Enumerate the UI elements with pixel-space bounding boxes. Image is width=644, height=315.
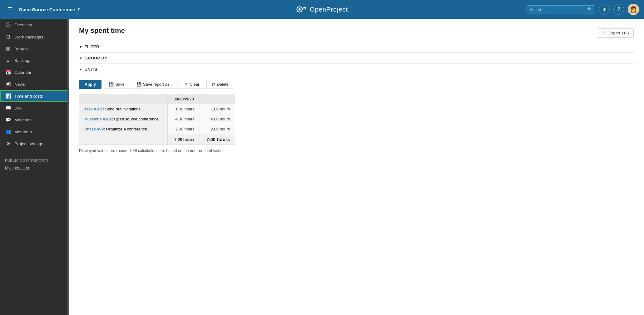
save-report-button[interactable]: 💾 Save report as... <box>132 80 177 89</box>
sidebar-item-label: Calendar <box>14 70 64 75</box>
arrow-icon: → <box>60 35 64 39</box>
content-area: My spent time 📄 Export XLS ▼ FILTER ▼ GR… <box>69 19 644 315</box>
sidebar-divider <box>0 152 69 152</box>
sidebar-item-label: Time and costs <box>14 94 64 99</box>
clear-label: Clear <box>190 82 199 87</box>
sidebar-item-label: Boards <box>14 47 57 51</box>
sidebar-item-backlogs[interactable]: ≡ Backlogs <box>0 55 69 66</box>
sidebar-item-label: Members <box>14 130 64 134</box>
work-package-name: : Organize a conference <box>104 127 147 131</box>
sidebar-resize-handle[interactable] <box>67 19 69 315</box>
time-costs-icon: 📊 <box>5 93 11 99</box>
table-col-date: 09/28/2020 <box>168 94 200 104</box>
overview-icon: ⓘ <box>5 22 11 28</box>
help-button[interactable]: ? <box>613 4 624 15</box>
project-chevron-icon: ▼ <box>77 7 81 12</box>
table-total-row: 7.00 hours 7.00 hours <box>79 134 235 145</box>
table-row: Phase #99: Organize a conference 2.00 ho… <box>79 124 235 134</box>
group-by-chevron-icon: ▼ <box>79 56 82 60</box>
save-icon: 💾 <box>109 82 114 87</box>
backlogs-icon: ≡ <box>5 58 11 63</box>
group-by-toggle[interactable]: ▼ GROUP BY <box>79 56 634 60</box>
help-icon: ? <box>617 7 620 12</box>
work-package-link[interactable]: Phase #99 <box>84 127 104 131</box>
work-package-link[interactable]: Milestone #102 <box>84 117 112 121</box>
sidebar-item-calendar[interactable]: 📅 Calendar <box>0 66 69 78</box>
table-cell-hours-total: 2.00 hours <box>200 124 235 134</box>
units-label: UNITS <box>84 67 97 72</box>
sidebar-item-label: Project settings <box>14 141 57 146</box>
table-cell-hours-date: 4.00 hours <box>168 114 200 124</box>
apply-label: Apply <box>85 82 96 87</box>
logo-text: OpenProject <box>310 6 348 13</box>
sidebar-item-news[interactable]: 📢 News <box>0 78 69 90</box>
filter-section: ▼ FILTER <box>79 41 634 52</box>
sidebar-item-time-and-costs[interactable]: 📊 Time and costs <box>0 90 69 102</box>
sidebar-item-overview[interactable]: ⓘ Overview <box>0 19 69 31</box>
sidebar-item-boards[interactable]: ▦ Boards → <box>0 43 69 55</box>
filter-toggle[interactable]: ▼ FILTER <box>79 44 634 49</box>
export-icon: 📄 <box>602 31 607 35</box>
settings-icon: ⚙ <box>5 141 11 146</box>
group-by-label: GROUP BY <box>84 56 107 60</box>
apply-button[interactable]: Apply <box>79 80 102 89</box>
table-row: Milestone #102: Open source conference 4… <box>79 114 235 124</box>
sidebar-item-meetings[interactable]: 💬 Meetings <box>0 114 69 126</box>
save-report-icon: 💾 <box>136 82 141 87</box>
delete-label: Delete <box>217 82 229 87</box>
arrow-icon: → <box>60 47 64 51</box>
clear-icon: ↺ <box>185 82 188 87</box>
units-section: ▼ UNITS <box>79 64 634 75</box>
table-row: Task #101: Send out invitations 1.00 hou… <box>79 104 235 114</box>
sidebar: ⓘ Overview ⊟ Work packages → ▦ Boards → … <box>0 19 69 315</box>
sidebar-item-label: Wiki <box>14 106 64 110</box>
sidebar-item-wiki[interactable]: 📖 Wiki <box>0 102 69 114</box>
export-label: Export XLS <box>608 31 629 35</box>
hamburger-button[interactable]: ☰ <box>5 5 15 14</box>
table-col-empty <box>79 94 168 104</box>
save-report-label: Save report as... <box>143 82 173 87</box>
search-icon[interactable]: 🔍 <box>587 7 592 12</box>
delete-icon: 🗑 <box>211 82 215 87</box>
group-by-section: ▼ GROUP BY <box>79 52 634 64</box>
sidebar-item-members[interactable]: 👥 Members <box>0 126 69 138</box>
sidebar-item-work-packages[interactable]: ⊟ Work packages → <box>0 31 69 43</box>
work-package-name: : Send out invitations <box>103 107 141 111</box>
search-box[interactable]: 🔍 <box>527 5 595 13</box>
toolbar: Apply 💾 Save 💾 Save report as... ↺ Clear… <box>79 80 634 89</box>
project-name: Open Source Conference <box>19 7 75 12</box>
svg-point-1 <box>299 8 301 11</box>
sidebar-item-project-settings[interactable]: ⚙ Project settings → <box>0 138 69 150</box>
page-title: My spent time <box>79 27 634 35</box>
sidebar-link-my-spent-time[interactable]: My spent time <box>0 164 69 172</box>
save-button[interactable]: 💾 Save <box>104 80 129 89</box>
table-col-total <box>200 94 235 104</box>
export-xls-button[interactable]: 📄 Export XLS <box>597 28 634 38</box>
total-label-cell <box>79 134 168 145</box>
wiki-icon: 📖 <box>5 105 11 111</box>
table-cell-label: Phase #99: Organize a conference <box>79 124 168 134</box>
filter-label: FILTER <box>84 44 99 49</box>
main-layout: ⓘ Overview ⊟ Work packages → ▦ Boards → … <box>0 19 644 315</box>
modules-button[interactable]: ⊞ <box>599 4 610 15</box>
sidebar-item-label: Overview <box>14 23 64 27</box>
work-package-link[interactable]: Task #101 <box>84 107 103 111</box>
sidebar-item-label: Work packages <box>14 35 57 39</box>
delete-button[interactable]: 🗑 Delete <box>206 80 233 89</box>
calendar-icon: 📅 <box>5 69 11 75</box>
table-cell-hours-date: 2.00 hours <box>168 124 200 134</box>
search-input[interactable] <box>529 7 585 12</box>
sidebar-item-label: News <box>14 82 64 87</box>
table-cell-hours-total: 1.00 hours <box>200 104 235 114</box>
avatar[interactable]: 👩 <box>628 4 639 15</box>
work-package-name: : Open source conference <box>112 117 159 121</box>
units-toggle[interactable]: ▼ UNITS <box>79 67 634 72</box>
modules-icon: ⊞ <box>602 7 607 13</box>
clear-button[interactable]: ↺ Clear <box>180 80 204 89</box>
sidebar-item-label: Backlogs <box>14 58 64 63</box>
arrow-icon: → <box>60 142 64 145</box>
project-selector[interactable]: Open Source Conference ▼ <box>19 7 81 12</box>
total-hours-total: 7.00 hours <box>200 134 235 145</box>
header-right: 🔍 ⊞ ? 👩 <box>527 4 639 15</box>
news-icon: 📢 <box>5 81 11 87</box>
